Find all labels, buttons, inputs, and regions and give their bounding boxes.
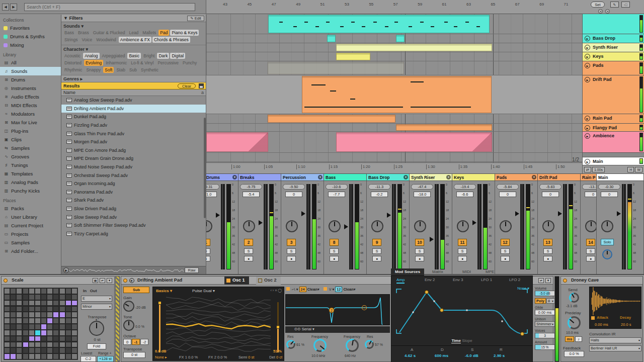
scale-grid-cell[interactable]	[47, 312, 53, 318]
sidebar-item-drums[interactable]: ⊞Drums	[0, 75, 61, 84]
scale-grid-cell[interactable]	[10, 312, 16, 318]
volume-slider[interactable]: -5.0 dB	[535, 291, 555, 296]
octave-button--1[interactable]: -1	[132, 339, 140, 345]
adsr-value[interactable]: -6.0 dB	[465, 353, 478, 358]
scale-active-cell[interactable]	[10, 353, 16, 359]
monitor-button[interactable]: ●	[287, 256, 296, 261]
filter2-mode-dropdown[interactable]: Clean▾	[343, 287, 355, 292]
scale-grid-cell[interactable]	[47, 353, 53, 359]
filter2-on-icon[interactable]	[324, 287, 327, 291]
scale-grid-cell[interactable]	[10, 347, 16, 353]
scale-grid-cell[interactable]	[59, 306, 65, 312]
sidebar-item-templates[interactable]: ▦Templates	[0, 169, 61, 178]
mixer-track-name[interactable]: Rain P	[581, 174, 596, 181]
scale-grid-cell[interactable]	[59, 294, 65, 300]
scale-grid-cell[interactable]	[29, 330, 35, 336]
pan-knob[interactable]	[601, 220, 613, 232]
tag-bass[interactable]: Bass	[63, 30, 75, 36]
scale-grid-cell[interactable]	[41, 342, 47, 348]
scale-grid-cell[interactable]	[4, 318, 10, 324]
pan-knob[interactable]	[585, 220, 597, 232]
tag-punchy[interactable]: Punchy	[181, 60, 198, 66]
scale-grid-cell[interactable]	[23, 347, 29, 353]
freq1-knob[interactable]	[313, 339, 327, 352]
scale-grid-cell[interactable]	[35, 294, 41, 300]
sounds-section-label[interactable]: Sounds ▾	[61, 22, 206, 29]
draw-mode-icon[interactable]: ✎	[610, 2, 619, 8]
track-number-button[interactable]: 13	[543, 239, 552, 246]
scale-grid-cell[interactable]	[35, 347, 41, 353]
track-header-bass-drop[interactable]: ▶Bass Drop	[583, 34, 644, 43]
scale-grid-cell[interactable]	[53, 347, 59, 353]
clip[interactable]	[396, 124, 492, 131]
track-header-drift-pad[interactable]: ▶Drift Pad	[583, 75, 644, 114]
filters-header[interactable]: ▼ Filters ✎ Edit	[61, 15, 206, 22]
lock-envelopes-icon[interactable]: ◦⃝	[621, 2, 630, 8]
tone-knob[interactable]	[123, 320, 134, 331]
genres-section-label[interactable]: Genres ▸	[61, 75, 206, 82]
filter1-mode-dropdown[interactable]: Clean▾	[307, 287, 319, 292]
scale-grid-cell[interactable]	[29, 294, 35, 300]
name-column-header[interactable]: Namea	[61, 89, 206, 96]
reverb-device-title[interactable]: Droney Cave	[561, 277, 642, 285]
tag-sub[interactable]: Sub	[128, 67, 138, 73]
track-number-button[interactable]: 11	[458, 239, 467, 246]
scale-grid-cell[interactable]	[16, 300, 22, 306]
scale-grid-cell[interactable]	[59, 300, 65, 306]
chevron-down-icon[interactable]: ▼	[446, 175, 451, 179]
clip[interactable]	[268, 115, 395, 123]
scale-grid-cell[interactable]	[41, 347, 47, 353]
result-row[interactable]: Drifting Ambient Pad.adv	[61, 105, 206, 113]
poly-button[interactable]: Poly	[535, 298, 546, 304]
scale-grid-cell[interactable]	[4, 330, 10, 336]
volume-fader[interactable]	[622, 184, 626, 269]
volume-fader[interactable]	[520, 184, 524, 269]
scale-grid-cell[interactable]	[35, 318, 41, 324]
octave-button-0[interactable]: 0	[123, 339, 131, 345]
volume-value[interactable]: 0	[601, 192, 618, 197]
scale-active-cell[interactable]	[41, 330, 47, 336]
mixer-track-name[interactable]: Drums▼	[206, 174, 238, 181]
scale-grid-cell[interactable]	[4, 312, 10, 318]
chevron-down-icon[interactable]: ▼	[232, 175, 237, 179]
fader-handle[interactable]	[430, 237, 434, 242]
volume-fader[interactable]	[306, 184, 310, 269]
track-play-icon[interactable]: ▶	[585, 54, 590, 59]
tab-mpe[interactable]: MPE	[481, 268, 498, 276]
sidebar-place-packs[interactable]: ▧Packs	[0, 204, 61, 213]
scale-grid-cell[interactable]	[41, 312, 47, 318]
scale-grid-cell[interactable]	[41, 318, 47, 324]
scale-grid-cell[interactable]	[47, 306, 53, 312]
pan-knob[interactable]	[542, 220, 554, 232]
result-row[interactable]: MPE Con Amore Pad.adg	[61, 146, 206, 155]
clip[interactable]	[336, 132, 492, 152]
clip[interactable]	[336, 53, 370, 60]
track-number-button[interactable]: 3	[287, 239, 296, 246]
scale-grid-cell[interactable]	[35, 306, 41, 312]
scale-grid-cell[interactable]	[10, 336, 16, 342]
res1-knob[interactable]	[286, 340, 295, 349]
volume-fader[interactable]	[477, 184, 481, 269]
track-number-button[interactable]: 1	[206, 239, 210, 246]
scale-active-cell[interactable]	[23, 342, 29, 348]
scale-grid-cell[interactable]	[29, 306, 35, 312]
scale-active-cell[interactable]	[47, 318, 53, 324]
scale-grid-cell[interactable]	[29, 324, 35, 330]
fader-handle[interactable]	[259, 220, 263, 225]
optimize-height-button[interactable]: H	[627, 167, 634, 172]
wavetable-name-dropdown[interactable]: Pulse Dual ▾	[192, 289, 215, 293]
scale-grid-cell[interactable]	[71, 347, 77, 353]
track-play-icon[interactable]: ▶	[585, 159, 590, 164]
tag-basic[interactable]: Basic	[127, 53, 141, 59]
sidebar-item-instruments[interactable]: ◎Instruments	[0, 84, 61, 93]
scale-active-cell[interactable]	[35, 336, 41, 342]
attack-on-icon[interactable]	[591, 316, 595, 320]
sidebar-item-modulators[interactable]: ≈Modulators	[0, 110, 61, 118]
monitor-button[interactable]: ●	[458, 256, 467, 261]
scale-grid-cell[interactable]	[47, 300, 53, 306]
scale-grid-cell[interactable]	[65, 324, 71, 330]
filter2-type-icon[interactable]: \/ ▾	[329, 287, 334, 292]
solo-button[interactable]: S	[244, 248, 253, 254]
track-header-main[interactable]: ▶Main	[583, 157, 644, 165]
solo-button[interactable]: S	[501, 248, 510, 254]
